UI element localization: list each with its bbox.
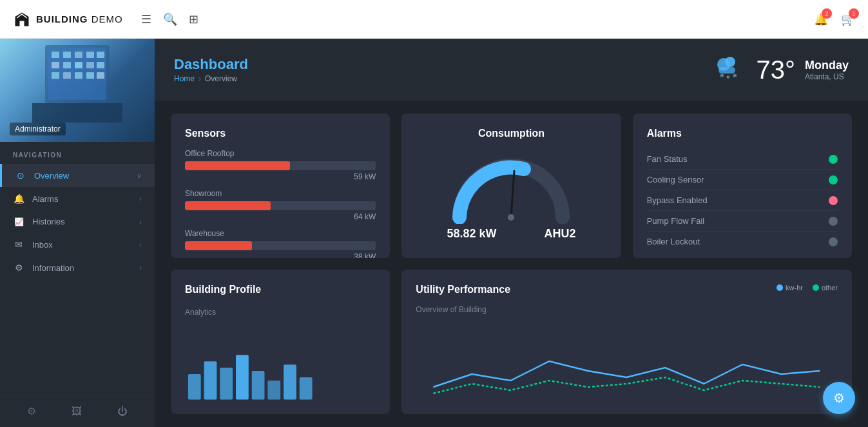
legend-label-1: other <box>822 284 838 292</box>
weather-location: Atlanta, US <box>805 72 849 81</box>
sidebar-item-overview[interactable]: ⊙ Overview ∨ <box>0 164 155 187</box>
sidebar-item-histories[interactable]: 📈 Histories ‹ <box>0 210 155 233</box>
sensor-item-1: Showroom 64 kW <box>185 189 376 221</box>
sidebar-item-information[interactable]: ⚙ Information ‹ <box>0 256 155 279</box>
fab-icon: ⚙ <box>833 390 845 406</box>
svg-rect-16 <box>97 72 104 79</box>
settings-icon[interactable]: ⚙ <box>27 405 36 417</box>
building-profile-title: Building Profile <box>185 284 376 295</box>
building-profile-chart-area <box>185 317 376 400</box>
histories-chevron: ‹ <box>139 218 142 226</box>
sidebar-item-label-alarms: Alarms <box>32 194 58 204</box>
cart-badge: 1 <box>849 8 859 19</box>
alarm-name-4: Boiler Lockout <box>647 237 700 246</box>
svg-rect-9 <box>75 62 82 68</box>
header-icons: 🔔 2 🛒 1 <box>814 12 855 26</box>
svg-rect-32 <box>284 364 296 399</box>
power-icon[interactable]: ⏻ <box>117 406 128 417</box>
utility-performance-subtitle: Overview of Building <box>416 305 510 314</box>
alarm-name-2: Bypass Enabled <box>647 195 708 205</box>
svg-rect-2 <box>52 52 59 58</box>
sidebar-hero: Administrator <box>0 39 155 142</box>
legend-item-1: other <box>813 284 838 292</box>
gauge-label: AHU2 <box>544 227 575 241</box>
svg-rect-31 <box>267 381 280 400</box>
sensor-value-1: 64 kW <box>185 212 376 221</box>
sensor-value-2: 38 kW <box>185 252 376 258</box>
sensor-bar-0 <box>185 161 290 170</box>
alarm-name-3: Pump Flow Fail <box>647 216 705 226</box>
alarms-title: Alarms <box>647 128 838 139</box>
legend-label-0: kw-hr <box>786 284 803 292</box>
weather-svg-icon: ❄ ❄ ❄ <box>711 50 746 83</box>
weather-day: Monday <box>805 59 849 72</box>
svg-rect-14 <box>75 72 82 79</box>
information-chevron: ‹ <box>139 264 142 272</box>
sensor-value-0: 59 kW <box>185 172 376 181</box>
building-illustration <box>32 39 122 123</box>
svg-text:❄: ❄ <box>733 73 737 79</box>
legend-item-0: kw-hr <box>776 284 803 292</box>
top-header: BUILDING DEMO ☰ 🔍 ⊞ 🔔 2 🛒 1 <box>0 0 868 39</box>
svg-point-25 <box>508 214 514 221</box>
logo-text: BUILDING DEMO <box>36 14 123 25</box>
overview-icon: ⊙ <box>15 170 26 181</box>
sidebar-item-alarms[interactable]: 🔔 Alarms ‹ <box>0 187 155 210</box>
svg-rect-10 <box>86 62 94 68</box>
legend-dot-1 <box>813 284 819 291</box>
cart-button[interactable]: 🛒 1 <box>841 12 855 26</box>
svg-rect-4 <box>75 52 82 58</box>
breadcrumb-separator: › <box>198 74 201 83</box>
sensor-bar-container-1 <box>185 201 376 210</box>
search-button[interactable]: 🔍 <box>163 12 177 26</box>
svg-rect-3 <box>63 52 71 58</box>
information-icon: ⚙ <box>13 263 24 273</box>
logo-icon <box>13 10 31 28</box>
image-icon[interactable]: 🖼 <box>72 406 82 417</box>
svg-rect-28 <box>220 368 233 399</box>
sidebar-item-label-histories: Histories <box>32 217 65 226</box>
breadcrumb-current: Overview <box>205 74 237 83</box>
sidebar-item-inbox[interactable]: ✉ Inbox ‹ <box>0 233 155 256</box>
nav-section-label: NAVIGATION <box>0 142 155 164</box>
building-profile-card: Building Profile Analytics <box>171 270 390 414</box>
weather-info: Monday Atlanta, US <box>805 59 849 81</box>
alarm-dot-0 <box>829 155 838 164</box>
consumption-card: Consumption 58.82 kW AHU2 <box>401 114 621 258</box>
svg-rect-13 <box>63 72 71 79</box>
grid-button[interactable]: ⊞ <box>189 12 198 26</box>
sidebar-bottom: ⚙ 🖼 ⏻ <box>0 395 155 427</box>
sensor-bar-2 <box>185 241 252 250</box>
gauge-labels: 58.82 kW AHU2 <box>447 227 575 241</box>
alarm-item-4: Boiler Lockout <box>647 232 838 252</box>
alarm-dot-3 <box>829 217 838 226</box>
gauge-container: 58.82 kW AHU2 <box>447 149 575 244</box>
logo-area: BUILDING DEMO ☰ 🔍 ⊞ <box>13 10 814 28</box>
menu-button[interactable]: ☰ <box>141 12 151 26</box>
inbox-chevron: ‹ <box>139 241 142 248</box>
utility-performance-title: Utility Performance <box>416 284 510 295</box>
fab-button[interactable]: ⚙ <box>823 382 855 414</box>
weather-icon: ❄ ❄ ❄ <box>711 50 746 89</box>
alarms-card: Alarms Fan Status Cooling Sensor Bypass … <box>633 114 852 258</box>
alarms-chevron: ‹ <box>139 195 142 203</box>
sensor-item-0: Office Rooftop 59 kW <box>185 149 376 181</box>
weather-block: ❄ ❄ ❄ 73° Monday Atlanta, US <box>711 50 849 89</box>
legend-dot-0 <box>776 284 783 291</box>
svg-rect-8 <box>63 62 71 68</box>
gauge-value: 58.82 kW <box>447 227 496 241</box>
svg-text:❄: ❄ <box>720 73 724 79</box>
svg-rect-26 <box>188 374 201 400</box>
svg-rect-12 <box>52 72 59 79</box>
consumption-title: Consumption <box>478 128 545 139</box>
svg-rect-17 <box>32 103 122 123</box>
admin-label: Administrator <box>10 123 66 135</box>
notifications-button[interactable]: 🔔 2 <box>814 12 828 26</box>
utility-chart-area <box>416 321 838 400</box>
page-title-block: Dashboard Home › Overview <box>174 56 248 83</box>
sensor-name-1: Showroom <box>185 189 376 198</box>
utility-chart <box>416 348 838 400</box>
breadcrumb-home[interactable]: Home <box>174 74 195 83</box>
sensors-title: Sensors <box>185 128 376 139</box>
utility-legend: kw-hr other <box>776 284 838 292</box>
